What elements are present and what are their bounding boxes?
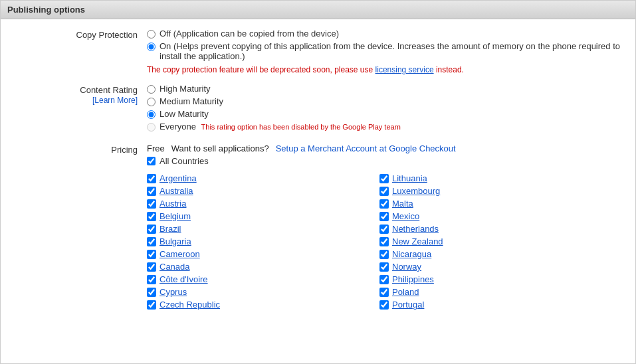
pricing-field: Free Want to sell applications? Setup a … (147, 143, 622, 310)
cr-everyone-radio[interactable] (147, 123, 156, 132)
country-nicaragua-checkbox[interactable] (379, 250, 389, 259)
country-new-zealand-checkbox[interactable] (379, 237, 389, 246)
country-lithuania-link[interactable]: Lithuania (392, 173, 427, 183)
cp-warning: The copy protection feature will be depr… (147, 65, 622, 74)
country-norway: Norway (379, 261, 599, 272)
country-poland-checkbox[interactable] (379, 288, 389, 297)
country-luxembourg-checkbox[interactable] (379, 187, 389, 196)
cp-on-label: On (Helps prevent copying of this applic… (159, 41, 622, 61)
cp-on-option: On (Helps prevent copying of this applic… (147, 41, 622, 61)
content-rating-field: High Maturity Medium Maturity Low Maturi… (147, 84, 622, 134)
copy-protection-row: Copy Protection Off (Application can be … (14, 29, 622, 74)
copy-protection-label: Copy Protection (14, 29, 147, 40)
country-norway-checkbox[interactable] (379, 262, 389, 272)
country-brazil-link[interactable]: Brazil (159, 224, 181, 234)
pricing-label: Pricing (14, 143, 147, 155)
country-portugal-checkbox[interactable] (379, 300, 389, 310)
merchant-account-link[interactable]: Setup a Merchant Account at Google Check… (276, 143, 456, 153)
cr-everyone-label: Everyone This rating option has been dis… (159, 122, 401, 132)
country-philippines-checkbox[interactable] (379, 275, 389, 284)
country-cote-divoire-link[interactable]: Côte d'Ivoire (159, 274, 208, 284)
country-austria: Austria (147, 198, 366, 209)
country-lithuania-checkbox[interactable] (379, 174, 389, 183)
country-canada-link[interactable]: Canada (159, 262, 190, 272)
country-malta-checkbox[interactable] (379, 199, 389, 209)
cp-off-label: Off (Application can be copied from the … (159, 29, 339, 39)
country-austria-link[interactable]: Austria (159, 199, 186, 209)
cp-off-radio[interactable] (147, 30, 156, 39)
country-czech-republic: Czech Republic (147, 299, 366, 310)
country-mexico-checkbox[interactable] (379, 212, 389, 221)
content-rating-label: Content Rating [Learn More] (14, 84, 147, 105)
country-portugal-link[interactable]: Portugal (392, 300, 424, 310)
country-netherlands-checkbox[interactable] (379, 225, 389, 234)
country-portugal: Portugal (379, 299, 599, 310)
country-bulgaria-checkbox[interactable] (147, 237, 156, 246)
country-bulgaria-link[interactable]: Bulgaria (159, 236, 191, 246)
country-mexico: Mexico (379, 211, 599, 222)
cr-medium-label: Medium Maturity (159, 96, 223, 106)
cp-off-option: Off (Application can be copied from the … (147, 29, 622, 39)
country-austria-checkbox[interactable] (147, 199, 156, 209)
cr-low-option: Low Maturity (147, 109, 622, 119)
country-malta: Malta (379, 198, 599, 209)
country-netherlands: Netherlands (379, 223, 599, 234)
country-belgium-link[interactable]: Belgium (159, 211, 191, 221)
pricing-row: Pricing Free Want to sell applications? … (14, 143, 622, 310)
country-australia-checkbox[interactable] (147, 187, 156, 196)
country-luxembourg: Luxembourg (379, 185, 599, 197)
country-argentina-link[interactable]: Argentina (159, 173, 197, 183)
country-argentina-checkbox[interactable] (147, 174, 156, 183)
country-cote-divoire: Côte d'Ivoire (147, 274, 366, 285)
country-nicaragua: Nicaragua (379, 248, 599, 260)
countries-grid: Argentina Lithuania Australia Luxe (147, 173, 599, 310)
countries-section: All Countries Argentina Lithuania (147, 156, 622, 310)
pricing-content: Free Want to sell applications? Setup a … (147, 143, 622, 153)
country-malta-link[interactable]: Malta (392, 199, 413, 209)
country-argentina: Argentina (147, 173, 366, 184)
country-poland: Poland (379, 286, 599, 298)
country-philippines: Philippines (379, 274, 599, 285)
licensing-service-link[interactable]: licensing service (375, 65, 434, 74)
all-countries-label: All Countries (159, 156, 209, 166)
country-netherlands-link[interactable]: Netherlands (392, 224, 439, 234)
pricing-value: Free (147, 143, 165, 153)
country-new-zealand-link[interactable]: New Zealand (392, 236, 443, 246)
all-countries-checkbox[interactable] (147, 157, 156, 165)
country-mexico-link[interactable]: Mexico (392, 211, 419, 221)
country-australia-link[interactable]: Australia (159, 186, 193, 196)
cp-on-radio[interactable] (147, 43, 156, 51)
country-poland-link[interactable]: Poland (392, 287, 419, 297)
cr-everyone-disabled-note: This rating option has been disabled by … (201, 123, 401, 131)
cr-high-radio[interactable] (147, 85, 156, 94)
country-lithuania: Lithuania (379, 173, 599, 184)
country-czech-republic-link[interactable]: Czech Republic (159, 300, 220, 310)
cr-low-radio[interactable] (147, 110, 156, 119)
country-cameroon-link[interactable]: Cameroon (159, 249, 200, 259)
country-cote-divoire-checkbox[interactable] (147, 275, 156, 284)
country-belgium-checkbox[interactable] (147, 212, 156, 221)
country-brazil-checkbox[interactable] (147, 225, 156, 234)
country-cameroon-checkbox[interactable] (147, 250, 156, 259)
country-cameroon: Cameroon (147, 248, 366, 260)
country-cyprus-checkbox[interactable] (147, 288, 156, 297)
country-new-zealand: New Zealand (379, 236, 599, 247)
country-brazil: Brazil (147, 223, 366, 234)
country-luxembourg-link[interactable]: Luxembourg (392, 186, 440, 196)
cr-medium-radio[interactable] (147, 98, 156, 106)
country-norway-link[interactable]: Norway (392, 262, 421, 272)
country-czech-republic-checkbox[interactable] (147, 300, 156, 310)
learn-more-link[interactable]: [Learn More] (92, 96, 138, 105)
country-bulgaria: Bulgaria (147, 236, 366, 247)
title-bar: Publishing options (1, 1, 635, 19)
cr-high-option: High Maturity (147, 84, 622, 94)
country-canada-checkbox[interactable] (147, 262, 156, 272)
country-belgium: Belgium (147, 211, 366, 222)
main-window: Publishing options Copy Protection Off (… (0, 0, 636, 364)
country-cyprus: Cyprus (147, 286, 366, 298)
country-philippines-link[interactable]: Philippines (392, 274, 434, 284)
country-nicaragua-link[interactable]: Nicaragua (392, 249, 431, 259)
window-title: Publishing options (7, 5, 85, 15)
cr-high-label: High Maturity (159, 84, 211, 94)
country-cyprus-link[interactable]: Cyprus (159, 287, 187, 297)
